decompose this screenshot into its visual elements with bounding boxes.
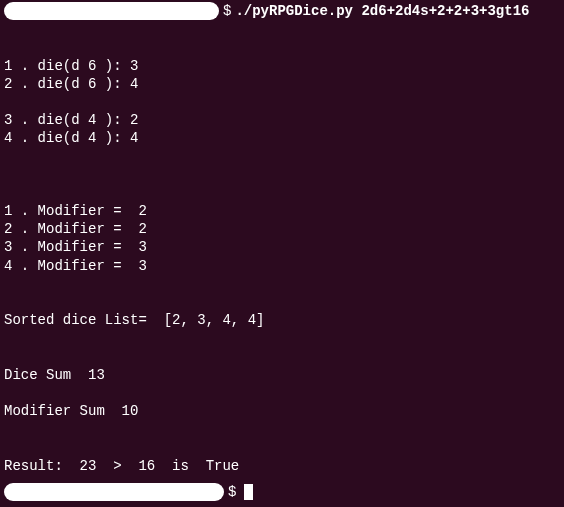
modifier-1: 1 . Modifier = 2 (4, 202, 560, 220)
blank-line (4, 38, 560, 56)
result-line: Result: 23 > 16 is True (4, 457, 560, 475)
blank-line (4, 329, 560, 347)
prompt-dollar: $ (223, 2, 231, 20)
dice-roll-1: 1 . die(d 6 ): 3 (4, 57, 560, 75)
blank-line (4, 275, 560, 293)
terminal-window: $ ./pyRPGDice.py 2d6+2d4s+2+2+3+3gt16 1 … (0, 0, 564, 475)
blank-line (4, 93, 560, 111)
prompt-dollar-bottom: $ (228, 483, 236, 501)
command-text: ./pyRPGDice.py 2d6+2d4s+2+2+3+3gt16 (235, 2, 529, 20)
blank-line (4, 166, 560, 184)
command-line: $ ./pyRPGDice.py 2d6+2d4s+2+2+3+3gt16 (4, 0, 560, 20)
blank-line (4, 384, 560, 402)
blank-line (4, 293, 560, 311)
blank-line (4, 148, 560, 166)
dice-roll-2: 2 . die(d 6 ): 4 (4, 75, 560, 93)
redacted-prompt-top (4, 2, 219, 20)
blank-line (4, 348, 560, 366)
modifier-3: 3 . Modifier = 3 (4, 238, 560, 256)
modifier-sum: Modifier Sum 10 (4, 402, 560, 420)
sorted-list: Sorted dice List= [2, 3, 4, 4] (4, 311, 560, 329)
dice-sum: Dice Sum 13 (4, 366, 560, 384)
modifier-4: 4 . Modifier = 3 (4, 257, 560, 275)
dice-roll-4: 4 . die(d 4 ): 4 (4, 129, 560, 147)
blank-line (4, 20, 560, 38)
blank-line (4, 439, 560, 457)
next-prompt[interactable]: $ (4, 483, 253, 501)
blank-line (4, 420, 560, 438)
modifier-2: 2 . Modifier = 2 (4, 220, 560, 238)
blank-line (4, 184, 560, 202)
dice-roll-3: 3 . die(d 4 ): 2 (4, 111, 560, 129)
cursor-icon (244, 484, 253, 500)
redacted-prompt-bottom (4, 483, 224, 501)
